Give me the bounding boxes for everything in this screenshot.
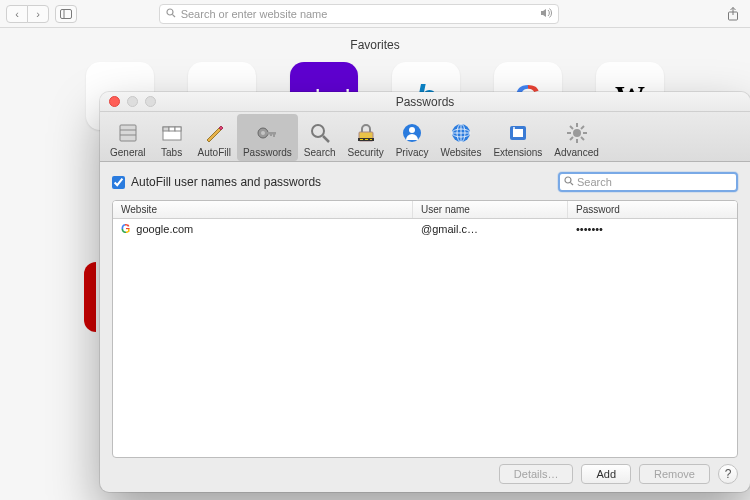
col-website[interactable]: Website (113, 201, 413, 218)
svg-line-45 (570, 182, 573, 185)
svg-rect-11 (169, 127, 175, 131)
tab-passwords[interactable]: Passwords (237, 114, 298, 161)
favorites-title: Favorites (0, 38, 750, 52)
svg-rect-22 (360, 139, 363, 140)
address-bar[interactable]: Search or enter website name (159, 4, 559, 24)
share-button[interactable] (722, 5, 744, 23)
svg-point-44 (565, 177, 571, 183)
svg-line-42 (570, 137, 573, 140)
svg-rect-23 (365, 139, 368, 140)
tab-privacy[interactable]: Privacy (390, 114, 435, 161)
tab-general[interactable]: General (104, 114, 152, 161)
titlebar[interactable]: Passwords (100, 92, 750, 112)
search-icon (166, 8, 176, 20)
autofill-icon (202, 121, 226, 145)
autofill-label: AutoFill user names and passwords (131, 175, 321, 189)
svg-point-2 (167, 9, 173, 15)
tab-extensions[interactable]: Extensions (487, 114, 548, 161)
svg-line-3 (172, 14, 175, 17)
svg-point-14 (261, 131, 265, 135)
cell-username: @gmail.c… (421, 223, 478, 235)
passwords-icon (255, 121, 279, 145)
passwords-search-input[interactable]: Search (558, 172, 738, 192)
svg-rect-10 (163, 127, 169, 131)
websites-icon (449, 121, 473, 145)
svg-line-41 (581, 137, 584, 140)
svg-rect-6 (120, 125, 136, 141)
sidebar-button[interactable] (55, 5, 77, 23)
privacy-icon (400, 121, 424, 145)
tab-search[interactable]: Search (298, 114, 342, 161)
tab-websites[interactable]: Websites (434, 114, 487, 161)
svg-point-35 (573, 129, 581, 137)
svg-rect-33 (513, 129, 523, 137)
table-row[interactable]: G google.com @gmail.c… ••••••• (113, 219, 737, 239)
search-placeholder: Search (577, 176, 612, 188)
tab-advanced[interactable]: Advanced (548, 114, 604, 161)
svg-rect-12 (175, 127, 181, 131)
svg-point-34 (513, 127, 515, 129)
audio-icon[interactable] (540, 7, 552, 21)
general-icon (116, 121, 140, 145)
col-password[interactable]: Password (568, 201, 737, 218)
svg-rect-16 (273, 132, 275, 137)
svg-rect-0 (61, 9, 72, 18)
col-username[interactable]: User name (413, 201, 568, 218)
address-placeholder: Search or enter website name (181, 8, 328, 20)
tab-security[interactable]: Security (342, 114, 390, 161)
tab-tabs[interactable]: Tabs (152, 114, 192, 161)
security-icon (354, 121, 378, 145)
forward-button[interactable]: › (27, 5, 49, 23)
tabs-icon (160, 121, 184, 145)
prefs-toolbar: General Tabs AutoFill Passwords Search S… (100, 112, 750, 162)
svg-line-43 (581, 126, 584, 129)
back-button[interactable]: ‹ (6, 5, 28, 23)
cell-password: ••••••• (576, 223, 603, 235)
advanced-icon (565, 121, 589, 145)
safari-toolbar: ‹ › Search or enter website name (0, 0, 750, 28)
add-button[interactable]: Add (581, 464, 631, 484)
favorite-tile-fragment[interactable] (84, 262, 96, 332)
window-title: Passwords (100, 95, 750, 109)
svg-point-18 (312, 125, 324, 137)
tab-autofill[interactable]: AutoFill (192, 114, 237, 161)
passwords-table: Website User name Password G google.com … (112, 200, 738, 458)
svg-point-26 (409, 127, 415, 133)
help-button[interactable]: ? (718, 464, 738, 484)
search-tab-icon (308, 121, 332, 145)
svg-line-40 (570, 126, 573, 129)
remove-button[interactable]: Remove (639, 464, 710, 484)
svg-line-19 (323, 136, 329, 142)
preferences-window: Passwords General Tabs AutoFill Password… (100, 92, 750, 492)
svg-rect-24 (370, 139, 372, 140)
extensions-icon (506, 121, 530, 145)
google-favicon: G (121, 222, 130, 236)
cell-website: google.com (136, 223, 193, 235)
search-icon (564, 176, 574, 188)
details-button[interactable]: Details… (499, 464, 574, 484)
autofill-checkbox[interactable] (112, 176, 125, 189)
svg-rect-17 (270, 132, 272, 136)
